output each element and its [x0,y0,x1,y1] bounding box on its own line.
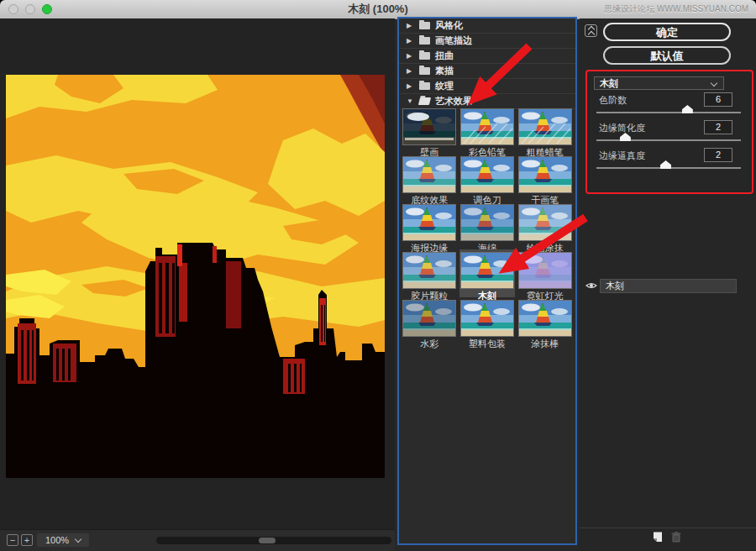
filter-thumbnail-12[interactable]: 水彩 [402,297,457,345]
filter-thumbnail-8[interactable]: 绘画涂抹 [517,202,573,249]
filter-preview-image [460,204,514,241]
zoom-in-button[interactable]: + [21,534,33,546]
filter-preview-image [518,204,572,241]
category-label: 风格化 [435,19,463,32]
filter-preview-image [518,252,572,289]
filter-preview-image [402,300,456,337]
effect-layer-row[interactable]: 木刻 [600,279,737,293]
param-label-1: 边缘简化度 [599,122,645,134]
filter-category-list: ▶风格化▶画笔描边▶扭曲▶素描▶纹理▼艺术效果 [399,18,575,109]
filter-preview-image [402,252,456,289]
preview-status-bar: − + 100% [0,529,395,551]
param-label-2: 边缘逼真度 [599,150,645,162]
param-slider-0[interactable] [596,112,741,113]
filter-category-2[interactable]: ▶扭曲 [399,49,575,64]
filter-thumbnail-11[interactable]: 霓虹灯光 [517,249,573,297]
horizontal-scrollbar[interactable] [156,537,391,544]
filter-preview-image [402,108,456,145]
layer-visibility-toggle[interactable] [585,281,597,290]
delete-effect-layer-button[interactable] [671,532,681,543]
triangle-right-icon: ▶ [407,49,414,63]
filter-thumbnail-label: 涂抹棒 [517,338,573,350]
folder-icon [419,37,430,45]
param-slider-1[interactable] [596,139,741,141]
triangle-right-icon: ▶ [407,79,414,93]
filter-thumbnail-14[interactable]: 涂抹棒 [517,297,573,345]
triangle-right-icon: ▶ [407,64,414,78]
filter-thumbnail-2[interactable]: 粗糙蜡笔 [517,106,573,154]
filter-preview-image [518,108,572,145]
filter-preview-image [460,252,514,289]
filter-gallery-window: 木刻 (100%) 思缘设计论坛 WWW.MISSYUAN.COM [0,0,756,551]
filter-thumbnail-10-selected[interactable]: 木刻 [459,249,515,297]
filter-select-value: 木刻 [600,78,618,88]
category-label: 素描 [435,65,454,77]
scrollbar-thumb[interactable] [259,538,276,543]
filter-thumbnail-13[interactable]: 塑料包装 [459,297,515,345]
collapse-panel-button[interactable] [585,24,597,37]
filter-thumbnail-5[interactable]: 干画笔 [517,154,573,202]
category-label: 纹理 [435,80,454,92]
settings-panel: 确定 默认值 木刻 色阶数6边缘简化度2边缘逼真度2 木刻 [580,18,756,551]
folder-icon [419,52,430,60]
double-chevron-up-icon [587,31,594,38]
watermark-text: 思缘设计论坛 WWW.MISSYUAN.COM [604,0,748,18]
zoom-level-value: 100% [45,535,69,545]
filter-preview-image [402,204,456,241]
filter-category-3[interactable]: ▶素描 [399,64,575,79]
filter-preview-image [460,300,514,337]
eye-icon [585,281,597,290]
filter-thumbnail-9[interactable]: 胶片颗粒 [402,249,457,297]
filter-preview-image [402,156,456,193]
zoom-level-select[interactable]: 100% [37,533,89,547]
zoom-out-button[interactable]: − [7,534,18,546]
filter-select-dropdown[interactable]: 木刻 [594,76,724,90]
trash-icon [671,532,681,543]
filter-thumbnail-7[interactable]: 海绵 [459,202,515,249]
triangle-right-icon: ▶ [407,18,414,33]
chevron-down-icon [711,80,717,87]
filter-thumbnail-4[interactable]: 调色刀 [459,154,515,202]
filter-category-1[interactable]: ▶画笔描边 [399,34,575,49]
filter-thumbnail-3[interactable]: 底纹效果 [402,154,457,202]
filter-thumbnail-label: 水彩 [402,338,457,350]
param-label-0: 色阶数 [599,94,627,107]
filter-thumbnail-1[interactable]: 彩色铅笔 [459,106,515,154]
ok-button[interactable]: 确定 [603,23,731,41]
slider-thumb[interactable] [660,160,671,169]
chevron-down-icon [75,536,81,543]
filter-thumbnail-6[interactable]: 海报边缘 [402,202,457,249]
param-value-1[interactable]: 2 [704,120,732,134]
filter-preview-image [460,156,514,193]
filter-browser-panel: ▶风格化▶画笔描边▶扭曲▶素描▶纹理▼艺术效果 壁画彩色铅笔粗糙蜡笔底纹效果调色… [397,17,577,545]
category-label: 画笔描边 [435,34,472,47]
filter-preview-image [460,108,514,145]
filter-category-0[interactable]: ▶风格化 [399,18,575,34]
category-label: 扭曲 [435,50,454,62]
defaults-button[interactable]: 默认值 [603,46,731,65]
filter-preview-image [518,156,572,193]
slider-thumb[interactable] [682,105,693,113]
folder-icon [419,22,430,29]
folder-icon [419,82,430,90]
param-slider-2[interactable] [596,167,741,169]
filter-category-4[interactable]: ▶纹理 [399,79,575,94]
folder-open-icon [418,97,431,105]
filter-thumbnail-grid: 壁画彩色铅笔粗糙蜡笔底纹效果调色刀干画笔海报边缘海绵绘画涂抹胶片颗粒木刻霓虹灯光… [401,106,574,345]
preview-pane: − + 100% [0,18,395,551]
filter-thumbnail-label: 塑料包装 [459,338,515,350]
triangle-right-icon: ▶ [407,34,414,48]
folder-icon [419,67,430,75]
param-value-0[interactable]: 6 [704,92,732,107]
filter-thumbnail-0[interactable]: 壁画 [402,106,457,154]
preview-image[interactable] [6,75,385,478]
param-value-2[interactable]: 2 [704,148,732,162]
new-page-icon [651,532,663,543]
filter-preview-image [518,300,572,337]
divider [580,527,756,528]
title-bar: 木刻 (100%) 思缘设计论坛 WWW.MISSYUAN.COM [0,0,756,19]
new-effect-layer-button[interactable] [651,532,663,543]
